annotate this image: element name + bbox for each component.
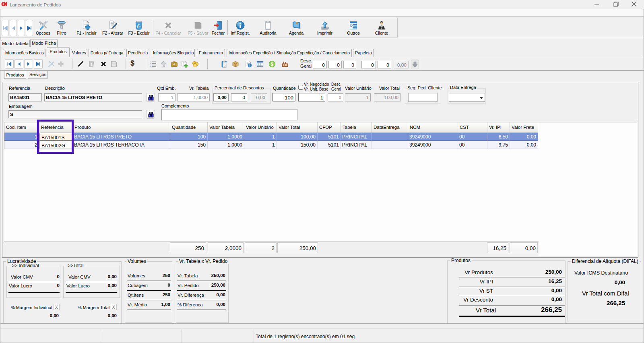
svg-text:$: $ xyxy=(271,62,274,67)
